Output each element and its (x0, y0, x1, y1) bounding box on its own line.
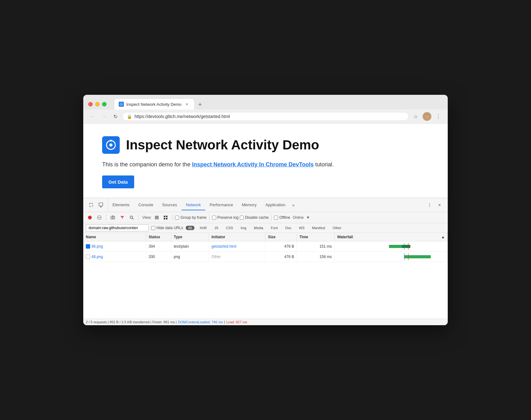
dom-content-loaded: DOMContentLoaded: 746 ms (178, 320, 223, 324)
svg-rect-14 (155, 216, 159, 217)
devtools-link[interactable]: Inspect Network Activity In Chrome DevTo… (192, 161, 314, 168)
close-button[interactable] (88, 102, 93, 106)
load-time: Load: 827 ms (226, 320, 247, 324)
hide-data-urls-checkbox[interactable]: Hide data URLs (151, 226, 183, 230)
tab-performance[interactable]: Performance (205, 200, 237, 210)
tab-elements[interactable]: Elements (108, 200, 134, 210)
menu-button[interactable]: ⋮ (434, 112, 443, 121)
svg-line-13 (132, 218, 134, 219)
svg-point-11 (112, 217, 114, 218)
filter-xhr-button[interactable]: XHR (197, 226, 209, 230)
tabs-area: Inspect Network Activity Demo × + (114, 99, 443, 110)
svg-rect-19 (164, 218, 165, 219)
table-header: Name Status Type Initiator Size Time Wat… (83, 233, 448, 241)
network-dropdown-arrow[interactable]: ▼ (306, 215, 310, 220)
active-tab[interactable]: Inspect Network Activity Demo × (114, 99, 194, 110)
svg-rect-5 (99, 203, 103, 206)
requests-info: 2 / 5 requests | 952 B / 2.5 KB transfer… (86, 320, 177, 324)
filter-js-button[interactable]: JS (212, 226, 221, 230)
screenshot-button[interactable] (109, 213, 117, 222)
list-view-button[interactable] (153, 213, 161, 222)
clear-button[interactable] (95, 213, 103, 222)
avatar[interactable]: 🐵 (423, 112, 431, 121)
devtools-menu-button[interactable]: ⋮ (425, 201, 434, 209)
new-tab-button[interactable]: + (196, 100, 205, 109)
record-button[interactable] (86, 213, 94, 222)
toolbar-divider-5 (271, 214, 271, 221)
svg-rect-10 (111, 216, 115, 219)
filter-all-button[interactable]: All (186, 226, 194, 230)
offline-checkbox[interactable]: Offline (274, 215, 290, 220)
lock-icon: 🔒 (127, 114, 132, 119)
filter-media-button[interactable]: Media (251, 226, 266, 230)
row2-waterfall (335, 252, 448, 262)
row1-initiator[interactable]: getstarted.html (209, 241, 266, 251)
url-bar[interactable]: 🔒 https://devtools.glitch.me/network/get… (122, 112, 409, 121)
header-time: Time (297, 233, 335, 241)
row1-size: 476 B (266, 241, 297, 251)
preserve-log-checkbox[interactable]: Preserve log (212, 215, 238, 220)
refresh-button[interactable]: ↻ (111, 112, 120, 121)
filter-input[interactable] (86, 224, 149, 231)
search-button[interactable] (128, 213, 136, 222)
group-by-frame-checkbox[interactable]: Group by frame (175, 215, 206, 220)
tab-console[interactable]: Console (134, 200, 158, 210)
devtools-icon-group (85, 198, 108, 212)
table-row[interactable]: 96.png 304 text/plain getstarted.html 47… (83, 241, 448, 252)
device-toolbar-button[interactable] (96, 201, 105, 209)
address-bar: ← → ↻ 🔒 https://devtools.glitch.me/netwo… (83, 110, 448, 124)
row2-icon (86, 255, 90, 259)
tab-network[interactable]: Network (182, 200, 205, 210)
get-data-button[interactable]: Get Data (102, 175, 134, 188)
header-type: Type (171, 233, 209, 241)
header-size: Size (266, 233, 297, 241)
devtools-close-button[interactable]: × (435, 201, 444, 209)
filter-button[interactable] (118, 213, 126, 222)
filter-img-button[interactable]: Img (238, 226, 249, 230)
filter-ws-button[interactable]: WS (297, 226, 307, 230)
page-header: Inspect Network Activity Demo (102, 136, 429, 154)
devtools-panel: Elements Console Sources Network Perform… (83, 198, 448, 325)
row1-type: text/plain (171, 241, 209, 251)
tab-close-button[interactable]: × (184, 101, 190, 107)
tab-application[interactable]: Application (261, 200, 290, 210)
back-button[interactable]: ← (88, 112, 97, 121)
toolbar-divider-2 (138, 214, 139, 221)
svg-rect-16 (155, 218, 159, 219)
forward-button[interactable]: → (100, 112, 108, 121)
disable-cache-checkbox[interactable]: Disable cache (240, 215, 269, 220)
row1-name: 96.png (83, 241, 146, 251)
filter-doc-button[interactable]: Doc (283, 226, 294, 230)
online-label: Online (293, 215, 304, 220)
row2-status: 200 (146, 252, 171, 262)
filter-other-button[interactable]: Other (330, 226, 344, 230)
tab-title: Inspect Network Activity Demo (126, 102, 182, 107)
table-row[interactable]: 48.png 200 png Other 476 B 158 ms (83, 252, 448, 262)
svg-rect-18 (166, 216, 167, 217)
svg-rect-15 (155, 217, 159, 218)
inspect-element-button[interactable] (87, 201, 96, 209)
svg-rect-17 (164, 216, 165, 217)
description-suffix: tutorial. (314, 161, 334, 168)
view-buttons (153, 213, 170, 222)
filter-manifest-button[interactable]: Manifest (309, 226, 328, 230)
svg-point-4 (110, 140, 112, 142)
more-tabs-button[interactable]: » (290, 200, 297, 210)
svg-rect-6 (100, 207, 102, 207)
row2-type: png (171, 252, 209, 262)
traffic-lights (88, 102, 107, 106)
maximize-button[interactable] (102, 102, 107, 106)
toolbar-divider-4 (209, 214, 210, 221)
browser-window: Inspect Network Activity Demo × + ← → ↻ … (83, 95, 448, 325)
grid-view-button[interactable] (161, 213, 170, 222)
filter-css-button[interactable]: CSS (223, 226, 236, 230)
bookmark-button[interactable]: ☆ (411, 112, 420, 121)
filter-bar: Hide data URLs All XHR JS CSS Img Media … (83, 223, 448, 233)
toolbar-divider-1 (106, 214, 106, 221)
row1-time: 151 ms (297, 241, 335, 251)
minimize-button[interactable] (95, 102, 100, 106)
tab-memory[interactable]: Memory (238, 200, 261, 210)
address-actions: ☆ 🐵 ⋮ (411, 112, 443, 121)
tab-sources[interactable]: Sources (158, 200, 182, 210)
filter-font-button[interactable]: Font (268, 226, 280, 230)
